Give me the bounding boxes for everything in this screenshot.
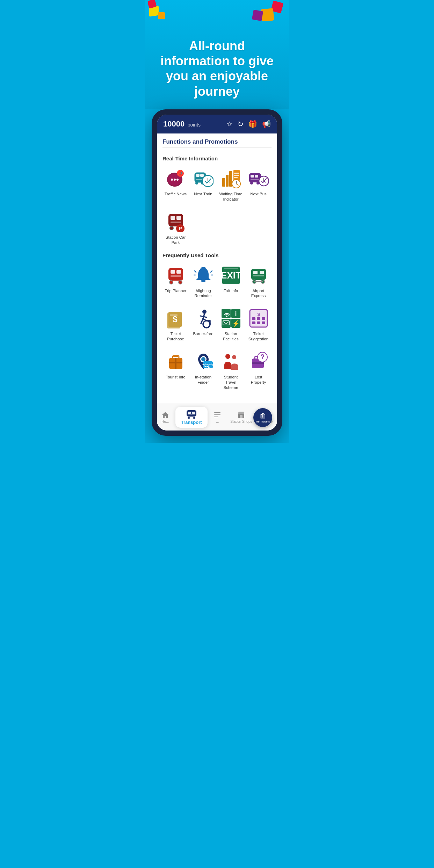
svg-rect-118 (188, 414, 195, 415)
ticket-purchase-label: Ticket Purchase (164, 331, 187, 342)
barrier-free-icon-box (193, 308, 214, 329)
ticket-suggestion-item[interactable]: $ Ticket Suggestion (245, 304, 272, 345)
svg-rect-35 (255, 175, 258, 178)
waiting-time-label: Waiting Time Indicator (219, 191, 243, 202)
alighting-reminder-label: Alighting Reminder (191, 288, 215, 299)
tools-section-title: Frequently Used Tools (162, 248, 272, 261)
svg-text:EXIT: EXIT (221, 270, 241, 281)
svg-rect-46 (171, 222, 181, 223)
tourist-info-icon-box (165, 351, 187, 372)
lost-property-label: Lost Property (247, 375, 270, 385)
svg-point-8 (171, 179, 173, 181)
svg-rect-93 (252, 321, 255, 324)
svg-point-10 (176, 179, 179, 181)
svg-point-17 (195, 182, 198, 185)
lost-property-icon-box: ? (248, 351, 269, 372)
svg-text:📣: 📣 (178, 171, 183, 176)
traffic-news-item[interactable]: 📣 Traffic News (162, 164, 189, 205)
airport-express-item[interactable]: Airport Express (245, 261, 272, 302)
next-train-item[interactable]: Next Train (190, 164, 216, 205)
svg-rect-28 (234, 175, 239, 176)
station-carpark-item[interactable]: P Station Car Park (162, 208, 189, 248)
phone-frame: 10000 points ☆ ↻ 🎁 📢 Functions and Promo… (152, 109, 282, 436)
svg-text:P: P (179, 226, 182, 231)
exit-info-icon-box: EXIT (220, 265, 242, 286)
lost-property-item[interactable]: ? Lost Property (245, 347, 272, 393)
realtime-grid: 📣 Traffic News (162, 164, 272, 248)
traffic-news-label: Traffic News (165, 191, 187, 197)
main-section-title: Functions and Promotions (162, 133, 272, 148)
alighting-reminder-item[interactable]: Alighting Reminder (190, 261, 216, 302)
svg-rect-51 (168, 268, 183, 281)
announcement-icon[interactable]: 📢 (262, 120, 271, 128)
svg-rect-52 (171, 270, 175, 274)
svg-rect-2 (158, 12, 165, 19)
instation-finder-item[interactable]: Admiralty In-station Finder (190, 347, 216, 393)
svg-point-55 (169, 281, 173, 284)
svg-point-47 (170, 226, 173, 230)
exit-info-item[interactable]: EXIT Exit Info (218, 261, 244, 302)
refresh-icon[interactable]: ↻ (238, 120, 244, 128)
traffic-news-icon-box: 📣 (165, 168, 187, 189)
next-bus-icon-box (248, 168, 269, 189)
svg-rect-29 (234, 177, 238, 178)
svg-rect-123 (214, 417, 218, 417)
svg-point-76 (202, 310, 207, 314)
nav-details-label: ... (216, 420, 219, 424)
waiting-time-item[interactable]: Waiting Time Indicator (218, 164, 244, 205)
svg-rect-23 (222, 178, 225, 187)
svg-text:$: $ (257, 312, 260, 317)
svg-rect-95 (262, 321, 265, 324)
nav-home[interactable]: Ho... (159, 410, 172, 425)
svg-rect-92 (262, 317, 265, 320)
svg-rect-65 (251, 269, 266, 280)
svg-rect-112 (252, 362, 264, 364)
points-value: 10000 (163, 120, 185, 128)
nav-my-tickets-label: My Tickets (256, 420, 270, 423)
svg-point-83 (226, 316, 227, 317)
svg-point-37 (250, 182, 253, 185)
tourist-info-label: Tourist Info (166, 375, 185, 380)
svg-text:$: $ (173, 314, 178, 324)
svg-rect-45 (176, 216, 181, 220)
svg-rect-121 (214, 412, 220, 413)
svg-rect-54 (171, 275, 181, 277)
tourist-info-item[interactable]: Tourist Info (162, 347, 189, 393)
nav-home-label: Ho... (161, 420, 169, 424)
nav-transport[interactable]: Transport (175, 407, 208, 428)
points-label: points (188, 122, 201, 128)
station-carpark-icon-box: P (165, 211, 187, 233)
svg-rect-24 (226, 175, 229, 187)
nav-station-shops[interactable]: Station Shops (227, 410, 255, 425)
svg-rect-94 (257, 321, 260, 324)
svg-rect-27 (234, 173, 239, 174)
svg-line-59 (211, 271, 212, 272)
station-facilities-item[interactable]: i ⚡ Station Facilities (218, 304, 244, 345)
svg-point-77 (203, 321, 210, 328)
star-icon[interactable]: ☆ (226, 120, 233, 128)
svg-point-119 (188, 417, 190, 419)
svg-point-102 (201, 357, 205, 361)
tools-grid: Trip Planner (162, 261, 272, 393)
svg-rect-99 (175, 358, 176, 369)
ticket-purchase-icon-box: $ (165, 308, 187, 329)
barrier-free-item[interactable]: Barrier-free (190, 304, 216, 345)
next-bus-item[interactable]: Next Bus (245, 164, 272, 205)
nav-my-tickets[interactable]: My Tickets (253, 408, 272, 427)
svg-rect-75 (170, 314, 178, 316)
svg-rect-117 (192, 412, 195, 414)
ticket-purchase-item[interactable]: $ Ticket Purchase (162, 304, 189, 345)
waiting-time-icon-box (220, 168, 242, 189)
svg-rect-64 (224, 268, 238, 269)
next-bus-label: Next Bus (250, 191, 267, 197)
svg-rect-5 (252, 10, 263, 21)
svg-point-56 (179, 281, 182, 284)
trip-planner-item[interactable]: Trip Planner (162, 261, 189, 302)
gift-icon[interactable]: 🎁 (248, 120, 257, 128)
student-travel-item[interactable]: Student Travel Scheme (218, 347, 244, 393)
nav-details[interactable]: ... (211, 410, 224, 425)
svg-text:i: i (235, 310, 237, 317)
svg-rect-90 (252, 317, 255, 320)
points-display: 10000 points (163, 120, 201, 129)
svg-rect-122 (214, 414, 220, 415)
